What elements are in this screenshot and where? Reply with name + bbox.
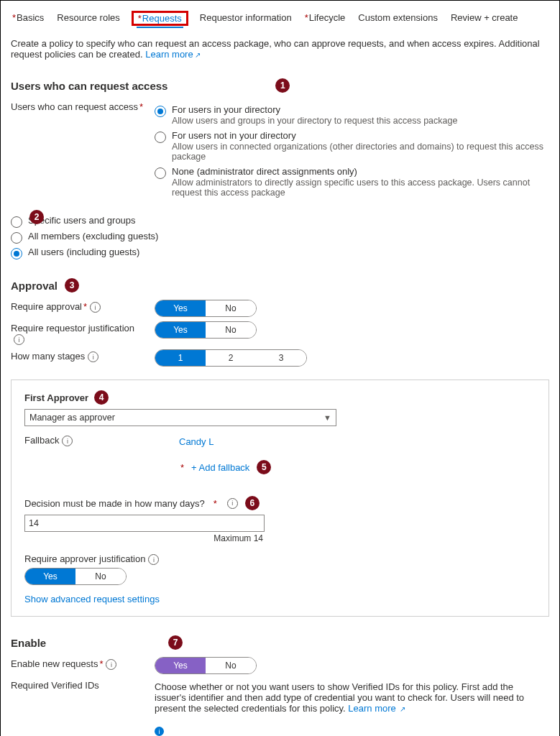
radio-all-members[interactable] <box>11 232 22 244</box>
approver-just-label: Require approver justification <box>24 553 145 564</box>
verified-label: Required Verified IDs <box>11 680 99 691</box>
stage-3[interactable]: 3 <box>256 350 306 366</box>
toggle-no[interactable]: No <box>206 322 256 338</box>
info-icon[interactable]: i <box>106 659 116 670</box>
require-approval-label: Require approval <box>11 301 82 312</box>
toggle-no[interactable]: No <box>206 658 256 673</box>
users-label: Users who can request access <box>11 101 138 112</box>
radio-all-users[interactable] <box>11 248 22 259</box>
radio-directory-users[interactable] <box>155 106 166 117</box>
tab-review-create[interactable]: Review + create <box>449 11 520 26</box>
info-solid-icon: i <box>155 727 164 736</box>
info-icon[interactable]: i <box>14 334 24 345</box>
stage-2[interactable]: 2 <box>206 350 256 366</box>
scope2: All members (excluding guests) <box>28 231 158 242</box>
stages-label: How many stages <box>11 351 85 362</box>
annotation-4: 4 <box>94 390 109 405</box>
toggle-yes[interactable]: Yes <box>155 300 206 316</box>
scope1: Specific users and groups <box>28 215 136 226</box>
tab-resource-roles[interactable]: Resource roles <box>55 11 121 26</box>
opt3-desc: Allow administrators to directly assign … <box>172 178 549 198</box>
toggle-stages[interactable]: 1 2 3 <box>155 349 307 367</box>
annotation-6: 6 <box>245 496 260 510</box>
first-approver-box: First Approver4 Manager as approver ▼ Fa… <box>11 380 549 617</box>
tab-requestor-info[interactable]: Requestor information <box>198 11 293 26</box>
info-icon[interactable]: i <box>88 351 98 362</box>
section-approval: Approval 3 <box>11 278 549 293</box>
toggle-yes[interactable]: Yes <box>25 569 75 584</box>
section-users: Users who can request access 1 <box>11 78 549 93</box>
tab-requests[interactable]: *Requests <box>137 12 183 28</box>
approver-select[interactable]: Manager as approver ▼ <box>24 409 336 426</box>
toggle-no[interactable]: No <box>75 569 126 584</box>
highlight-requests-tab: *Requests <box>132 11 188 26</box>
info-icon[interactable]: i <box>148 554 159 565</box>
opt3-label: None (administrator direct assignments o… <box>172 166 549 177</box>
toggle-approver-just[interactable]: Yes No <box>24 568 127 585</box>
annotation-5: 5 <box>257 460 271 474</box>
approver-value: Manager as approver <box>29 413 115 423</box>
info-icon[interactable]: i <box>62 436 73 446</box>
toggle-yes[interactable]: Yes <box>155 322 206 338</box>
tab-custom-extensions[interactable]: Custom extensions <box>357 11 439 26</box>
info-icon[interactable]: i <box>227 498 238 509</box>
days-input[interactable]: 14 <box>24 515 265 532</box>
learn-more-link[interactable]: Learn more↗ <box>145 49 200 60</box>
opt2-label: For users not in your directory <box>172 130 549 141</box>
first-approver-title: First Approver <box>24 392 88 403</box>
radio-specific-users[interactable] <box>11 216 22 228</box>
annotation-1: 1 <box>275 78 290 93</box>
opt2-desc: Allow users in connected organizations (… <box>172 142 549 162</box>
wizard-tabs: *Basics Resource roles *Requests Request… <box>11 6 549 29</box>
stage-1[interactable]: 1 <box>155 350 206 366</box>
intro-text: Create a policy to specify who can reque… <box>11 38 549 60</box>
verified-desc: Choose whether or not you want users to … <box>155 681 524 714</box>
scope3: All users (including guests) <box>28 247 139 257</box>
days-max: Maximum 14 <box>24 533 263 543</box>
annotation-2: 2 <box>29 210 44 224</box>
toggle-enable-requests[interactable]: Yes No <box>155 657 257 674</box>
days-label: Decision must be made in how many days? <box>24 498 205 509</box>
requestor-just-label: Require requestor justification <box>11 323 134 334</box>
opt1-desc: Allow users and groups in your directory… <box>172 116 457 126</box>
fallback-user[interactable]: Candy L <box>179 436 271 447</box>
toggle-no[interactable]: No <box>206 300 256 316</box>
add-fallback-link[interactable]: + Add fallback <box>191 462 249 473</box>
fallback-label: Fallback <box>24 435 59 446</box>
annotation-7: 7 <box>168 635 183 650</box>
opt1-label: For users in your directory <box>172 104 457 115</box>
radio-not-in-directory[interactable] <box>155 132 166 143</box>
advanced-settings-link[interactable]: Show advanced request settings <box>24 594 160 604</box>
enable-label: Enable new requests <box>11 658 98 669</box>
tab-lifecycle[interactable]: *Lifecycle <box>303 11 347 26</box>
toggle-yes[interactable]: Yes <box>155 658 206 673</box>
annotation-3: 3 <box>65 278 79 293</box>
verified-learn-more[interactable]: Learn more ↗ <box>348 703 405 714</box>
tab-basics[interactable]: *Basics <box>11 11 45 26</box>
info-icon[interactable]: i <box>90 302 101 313</box>
chevron-down-icon: ▼ <box>323 413 331 422</box>
toggle-requestor-just[interactable]: Yes No <box>155 321 257 339</box>
radio-none-admin[interactable] <box>155 167 166 179</box>
section-enable: Enable 7 <box>11 635 549 650</box>
toggle-require-approval[interactable]: Yes No <box>155 300 257 317</box>
